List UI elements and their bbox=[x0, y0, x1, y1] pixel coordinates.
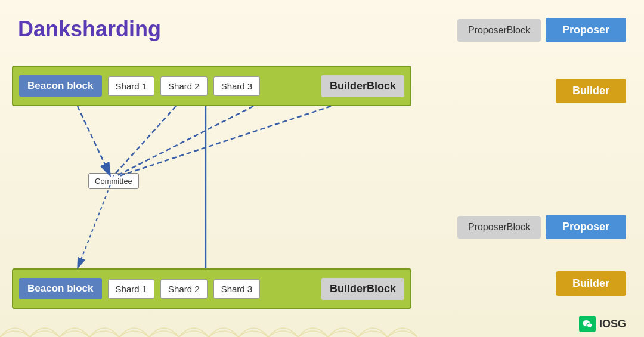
bottom-right-panel-proposer: ProposerBlock Proposer bbox=[457, 215, 626, 239]
page-title: Danksharding bbox=[18, 17, 161, 42]
top-builder-block: BuilderBlock bbox=[321, 75, 404, 97]
svg-line-5 bbox=[78, 185, 110, 268]
top-beacon-block: Beacon block bbox=[19, 75, 102, 97]
proposer-button-bottom[interactable]: Proposer bbox=[546, 215, 626, 239]
top-shard3: Shard 3 bbox=[213, 76, 261, 96]
builder-row-bottom: Builder bbox=[556, 271, 626, 296]
top-shard1: Shard 1 bbox=[108, 76, 155, 96]
bottom-shard2: Shard 2 bbox=[160, 279, 208, 299]
bottom-shard3: Shard 3 bbox=[213, 279, 261, 299]
bottom-builder-block: BuilderBlock bbox=[321, 278, 404, 300]
iosg-label: IOSG bbox=[599, 318, 626, 330]
svg-line-2 bbox=[116, 106, 253, 176]
bottom-beacon-block: Beacon block bbox=[19, 278, 102, 299]
proposer-block-label-bottom: ProposerBlock bbox=[457, 216, 541, 239]
watermark bbox=[0, 313, 417, 337]
top-shard2: Shard 2 bbox=[160, 76, 208, 96]
bottom-shard1: Shard 1 bbox=[108, 279, 155, 299]
builder-row-top: Builder bbox=[556, 79, 626, 103]
proposer-row-bottom: ProposerBlock Proposer bbox=[457, 215, 626, 239]
middle-right-panel: Builder bbox=[556, 79, 626, 103]
proposer-block-label-top: ProposerBlock bbox=[457, 19, 541, 42]
top-block-row: Beacon block Shard 1 Shard 2 Shard 3 Bui… bbox=[12, 66, 411, 106]
wechat-icon bbox=[579, 316, 596, 332]
proposer-button-top[interactable]: Proposer bbox=[546, 18, 626, 42]
svg-line-3 bbox=[119, 106, 331, 176]
iosg-badge: IOSG bbox=[579, 316, 626, 332]
svg-line-0 bbox=[78, 106, 110, 176]
committee-box: Committee bbox=[88, 173, 139, 189]
bottom-block-row: Beacon block Shard 1 Shard 2 Shard 3 Bui… bbox=[12, 268, 411, 309]
main-container: Danksharding ProposerBlock Proposer Buil… bbox=[0, 0, 644, 337]
svg-line-1 bbox=[113, 106, 176, 176]
bottom-right-panel-builder: Builder bbox=[556, 271, 626, 296]
top-right-panel: ProposerBlock Proposer bbox=[457, 18, 626, 42]
builder-button-top[interactable]: Builder bbox=[556, 79, 626, 103]
proposer-row-top: ProposerBlock Proposer bbox=[457, 18, 626, 42]
builder-button-bottom[interactable]: Builder bbox=[556, 271, 626, 296]
